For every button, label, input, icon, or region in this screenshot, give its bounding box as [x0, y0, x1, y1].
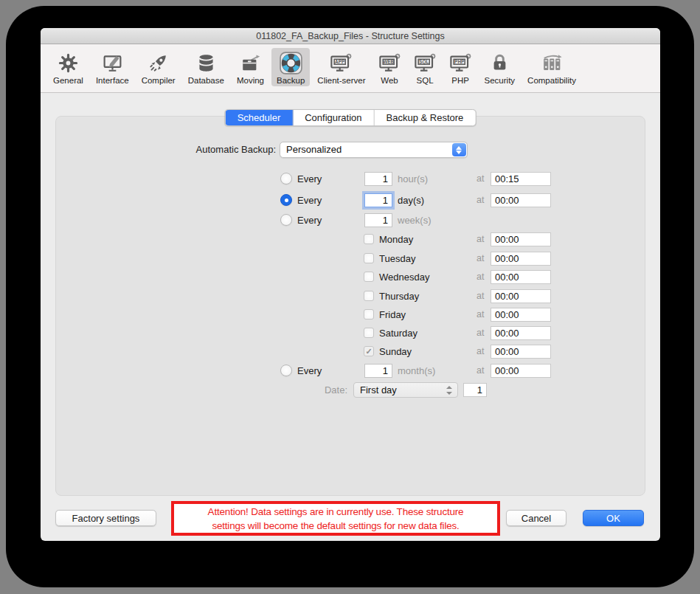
database-icon [195, 50, 217, 75]
friday-time-input[interactable]: 00:00 [491, 308, 551, 322]
toolbar-item-php[interactable]: PHP PHP [444, 48, 477, 86]
weekly-row: Every 1 week(s) [56, 213, 645, 228]
monthly-count-input[interactable]: 1 [364, 364, 392, 378]
monthly-unit-label: month(s) [398, 365, 435, 376]
toolbar-label: PHP [451, 76, 469, 85]
wednesday-checkbox[interactable] [364, 272, 374, 282]
saturday-time-input[interactable]: 00:00 [491, 326, 551, 340]
dropdown-stepper-icon [446, 383, 453, 397]
saturday-at-label: at [477, 328, 484, 338]
weekly-radio[interactable] [280, 214, 292, 226]
daily-count-input[interactable]: 1 [364, 193, 392, 207]
settings-toolbar: General Interface Compile [41, 44, 660, 93]
monthly-time-input[interactable]: 00:00 [491, 364, 551, 378]
monday-time-input[interactable]: 00:00 [491, 232, 551, 246]
date-label: Date: [277, 384, 347, 396]
hourly-count-input[interactable]: 1 [364, 172, 392, 186]
ok-button[interactable]: OK [583, 510, 644, 526]
hourly-unit-label: hour(s) [398, 173, 428, 184]
thursday-at-label: at [477, 291, 484, 301]
box-arrow-icon [240, 50, 261, 75]
toolbar-item-backup[interactable]: Backup [271, 48, 310, 86]
toolbar-item-database[interactable]: Database [183, 48, 229, 86]
weekday-row-saturday: Saturday at 00:00 [56, 325, 645, 341]
rocket-icon [148, 50, 169, 75]
friday-label: Friday [379, 309, 406, 320]
toolbar-item-security[interactable]: Security [479, 48, 521, 86]
toolbar-label: Web [381, 76, 398, 85]
scheduler-tab-bar: Scheduler Configuration Backup & Restore [225, 109, 477, 126]
automatic-backup-select[interactable]: Personalized [280, 142, 468, 158]
svg-text:PHP: PHP [454, 58, 465, 63]
warning-line-2: settings will become the default setting… [212, 519, 459, 533]
friday-at-label: at [477, 309, 484, 320]
toolbar-item-compatibility[interactable]: Compatibility [522, 48, 581, 86]
daily-every-label: Every [297, 195, 322, 206]
lifebuoy-icon [279, 50, 303, 75]
wednesday-label: Wednesday [379, 272, 429, 283]
tab-scheduler[interactable]: Scheduler [226, 110, 294, 125]
svg-text:SQL: SQL [419, 58, 429, 64]
thursday-time-input[interactable]: 00:00 [491, 289, 551, 303]
monthly-radio[interactable] [280, 365, 292, 376]
wednesday-at-label: at [477, 272, 484, 282]
monitor-sql-icon: SQL [414, 50, 437, 75]
sunday-label: Sunday [379, 346, 412, 357]
toolbar-label: Compatibility [527, 76, 576, 85]
svg-text:APP: APP [336, 58, 346, 63]
daily-at-label: at [477, 195, 484, 205]
hourly-radio[interactable] [280, 173, 292, 184]
toolbar-label: SQL [417, 76, 434, 85]
monday-checkbox[interactable] [364, 234, 374, 244]
scheduler-panel: Automatic Backup: Personalized Every 1 h… [55, 116, 645, 496]
sunday-checkbox[interactable]: ✓ [364, 346, 374, 356]
tab-backup-restore[interactable]: Backup & Restore [375, 110, 476, 125]
toolbar-item-sql[interactable]: SQL SQL [409, 48, 442, 86]
toolbar-item-interface[interactable]: Interface [91, 48, 134, 86]
servers-arrow-icon [541, 50, 564, 75]
hourly-at-label: at [477, 173, 484, 184]
toolbar-item-web[interactable]: WEB Web [373, 48, 406, 86]
wednesday-time-input[interactable]: 00:00 [491, 270, 551, 284]
weekly-count-input[interactable]: 1 [364, 213, 392, 227]
automatic-backup-value: Personalized [286, 144, 342, 155]
date-select[interactable]: First day [353, 382, 458, 398]
tuesday-time-input[interactable]: 00:00 [491, 252, 551, 266]
toolbar-label: Security [485, 76, 516, 85]
thursday-checkbox[interactable] [364, 291, 374, 301]
toolbar-label: Compiler [142, 76, 176, 85]
daily-time-input[interactable]: 00:00 [491, 193, 551, 207]
gear-icon [58, 50, 79, 75]
monitor-app-icon: APP [330, 50, 353, 75]
monitor-pencil-icon [102, 50, 123, 75]
tuesday-checkbox[interactable] [364, 253, 374, 263]
dropdown-stepper-icon [452, 143, 466, 156]
toolbar-item-moving[interactable]: Moving [232, 48, 269, 86]
weekday-row-wednesday: Wednesday at 00:00 [56, 269, 645, 285]
weekly-unit-label: week(s) [398, 215, 432, 226]
sunday-time-input[interactable]: 00:00 [491, 345, 551, 359]
hourly-every-label: Every [297, 173, 322, 184]
date-number-input[interactable]: 1 [463, 383, 487, 397]
month-date-row: Date: First day 1 [56, 382, 645, 398]
monitor-web-icon: WEB [378, 50, 401, 75]
automatic-backup-row: Automatic Backup: Personalized [56, 142, 645, 159]
title-bar[interactable]: 011802_FA_Backup_Files - Structure Setti… [41, 28, 660, 44]
cancel-button[interactable]: Cancel [506, 510, 566, 526]
toolbar-item-client-server[interactable]: APP Client-server [312, 48, 370, 86]
toolbar-item-general[interactable]: General [48, 48, 89, 86]
hourly-time-input[interactable]: 00:15 [491, 172, 551, 186]
factory-settings-button[interactable]: Factory settings [55, 510, 156, 526]
weekday-row-thursday: Thursday at 00:00 [56, 289, 645, 304]
toolbar-item-compiler[interactable]: Compiler [136, 48, 181, 86]
daily-radio[interactable] [280, 194, 292, 206]
weekday-row-friday: Friday at 00:00 [56, 307, 645, 322]
checkmark-icon: ✓ [365, 347, 372, 356]
thursday-label: Thursday [379, 291, 419, 302]
hourly-row: Every 1 hour(s) at 00:15 [56, 171, 645, 187]
toolbar-label: Database [188, 76, 224, 85]
friday-checkbox[interactable] [364, 309, 374, 320]
tab-configuration[interactable]: Configuration [293, 110, 374, 125]
monday-at-label: at [477, 234, 484, 244]
saturday-checkbox[interactable] [364, 328, 374, 338]
